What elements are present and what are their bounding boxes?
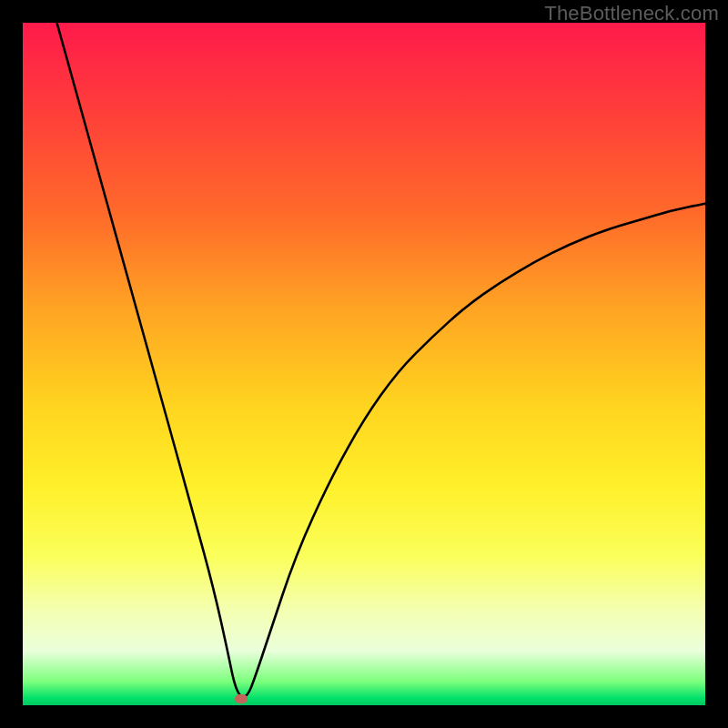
minimum-marker (235, 694, 248, 703)
chart-frame: TheBottleneck.com (0, 0, 728, 728)
curve-svg (23, 23, 705, 705)
bottleneck-curve (57, 23, 706, 697)
plot-area (23, 23, 705, 705)
watermark-label: TheBottleneck.com (544, 2, 719, 25)
